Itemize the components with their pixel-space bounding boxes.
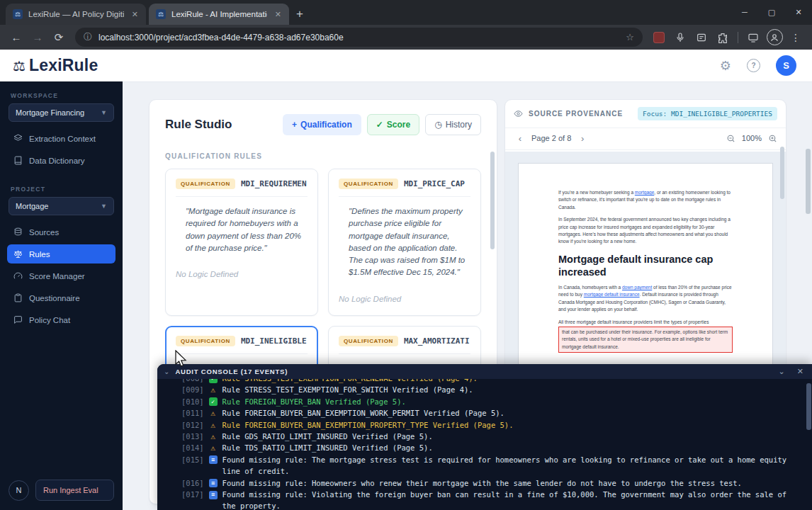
bookmark-star-icon[interactable]: ☆ xyxy=(626,32,634,42)
dev-tools-icon[interactable] xyxy=(744,28,762,47)
rule-name: MDI_INELIGIBLE xyxy=(241,336,307,346)
back-button[interactable]: ← xyxy=(7,28,26,47)
sidebar-item-extraction-context[interactable]: Extraction Context xyxy=(7,129,115,148)
log-text: Rule GDS_RATIO_LIMIT_INSURED Verified (P… xyxy=(222,431,802,442)
provenance-scrollbar[interactable] xyxy=(780,147,784,199)
chevron-down-icon[interactable]: ⌄ xyxy=(779,367,785,376)
tab-close-icon[interactable]: ✕ xyxy=(130,10,140,19)
doc-link[interactable]: mortgage xyxy=(635,190,654,195)
next-page-button[interactable]: › xyxy=(576,132,589,144)
sidebar-item-sources[interactable]: Sources xyxy=(7,222,115,242)
add-score-button[interactable]: ✓ Score xyxy=(367,114,419,135)
rule-name: MDI_PRICE_CAP xyxy=(404,179,465,188)
close-button[interactable]: ✕ xyxy=(785,8,812,17)
sidebar: WORKSPACE Mortgage Financing ▼ Extractio… xyxy=(0,81,123,510)
console-scrollbar[interactable] xyxy=(806,383,811,430)
rule-name: MDI_REQUIREMEN xyxy=(241,179,307,188)
browser-address-bar: ← → ⟳ ⓘ localhost:3000/project/acd3fbea-… xyxy=(0,25,812,50)
mic-icon[interactable] xyxy=(671,28,689,47)
url-text: localhost:3000/project/acd3fbea-d4de-447… xyxy=(98,33,619,42)
log-text: Found missing rule: Homeowners who renew… xyxy=(222,477,802,489)
run-ingest-eval-button[interactable]: Run Ingest Eval xyxy=(35,480,114,501)
check-icon: ✓ xyxy=(209,397,218,406)
project-select[interactable]: Mortgage ▼ xyxy=(9,197,114,215)
log-index: [016] xyxy=(181,477,204,489)
prev-page-button[interactable]: ‹ xyxy=(514,132,526,144)
console-header[interactable]: ⌄ AUDIT CONSOLE (17 EVENTS) ⌄ ✕ xyxy=(157,364,812,379)
zoom-out-icon[interactable] xyxy=(726,134,735,143)
browser-menu-icon[interactable]: ⋮ xyxy=(786,28,805,47)
project-section-label: PROJECT xyxy=(11,186,112,193)
minimize-button[interactable]: ─ xyxy=(731,8,758,16)
warning-icon: ⚠ xyxy=(209,433,218,441)
doc-paragraph: In Canada, homebuyers with a down paymen… xyxy=(558,284,733,314)
warning-icon: ⚠ xyxy=(209,444,218,453)
log-index: [010] xyxy=(181,396,204,407)
sidebar-item-data-dictionary[interactable]: Data Dictionary xyxy=(7,151,115,170)
tab-close-icon[interactable]: ✕ xyxy=(273,10,283,19)
profile-icon[interactable] xyxy=(765,28,784,47)
rules-scrollbar[interactable] xyxy=(490,152,495,249)
workspace-select[interactable]: Mortgage Financing ▼ xyxy=(9,103,114,122)
qualification-rules-section-label: QUALIFICATION RULES xyxy=(165,152,481,160)
tab-title: LexiRule — AI Policy Digitizatio xyxy=(28,10,124,18)
qualification-badge: QUALIFICATION xyxy=(339,178,398,189)
log-index: [011] xyxy=(181,407,204,419)
favicon-icon: ⚖ xyxy=(156,9,166,19)
console-log: [008] ✓ Rule STRESS_TEST_EXEMPTION_FOR_R… xyxy=(157,379,805,510)
rule-quote: "Defines the maximum property purchase p… xyxy=(339,205,470,279)
site-info-icon[interactable]: ⓘ xyxy=(84,31,92,43)
layers-icon xyxy=(13,134,23,143)
chevron-down-icon: ▼ xyxy=(101,109,107,116)
log-text: Found missing rule: Violating the foreig… xyxy=(222,489,802,510)
zoom-level: 100% xyxy=(742,134,762,142)
sidebar-item-label: Policy Chat xyxy=(29,316,70,324)
extension-red-icon[interactable] xyxy=(650,28,668,47)
reading-mode-icon[interactable] xyxy=(692,28,711,47)
history-button[interactable]: ◷ History xyxy=(425,114,481,135)
project-select-value: Mortgage xyxy=(16,202,48,210)
zoom-in-icon[interactable] xyxy=(768,134,777,143)
button-label: Qualification xyxy=(300,120,352,130)
url-bar[interactable]: ⓘ localhost:3000/project/acd3fbea-d4de-4… xyxy=(75,28,643,47)
mouse-cursor xyxy=(173,350,188,368)
rule-card-mdi-requirement[interactable]: QUALIFICATION MDI_REQUIREMEN "Mortgage d… xyxy=(165,169,318,316)
doc-link[interactable]: down payment xyxy=(622,285,652,290)
log-text: Rule STRESS_TEST_EXEMPTION_FOR_RENEWAL V… xyxy=(222,379,802,384)
console-log-row: [013] ⚠ Rule GDS_RATIO_LIMIT_INSURED Ver… xyxy=(181,431,802,442)
sidebar-item-label: Questionnaire xyxy=(29,294,80,302)
sidebar-item-score-manager[interactable]: Score Manager xyxy=(7,266,115,285)
console-log-row: [015] ≡ Found missing rule: The mortgage… xyxy=(181,454,802,477)
settings-gear-icon[interactable]: ⚙ xyxy=(720,58,731,74)
sidebar-item-questionnaire[interactable]: Questionnaire xyxy=(7,288,115,307)
console-close-icon[interactable]: ✕ xyxy=(797,367,803,376)
user-avatar[interactable]: S xyxy=(776,55,796,76)
database-icon xyxy=(13,227,23,237)
sidebar-item-policy-chat[interactable]: Policy Chat xyxy=(7,310,115,329)
browser-tab-1[interactable]: ⚖ LexiRule — AI Policy Digitizatio ✕ xyxy=(6,4,146,25)
log-text: Rule STRESS_TEST_EXEMPTION_FOR_SWITCH Ve… xyxy=(222,384,802,395)
console-collapse-icon[interactable]: ⌄ xyxy=(164,368,169,375)
doc-text: In Canada, homebuyers with a xyxy=(558,285,622,290)
window-scrollbar[interactable] xyxy=(806,149,811,214)
doc-paragraph: All three mortgage default insurance pro… xyxy=(558,319,733,326)
browser-tab-bar: ⚖ LexiRule — AI Policy Digitizatio ✕ ⚖ L… xyxy=(0,0,812,25)
doc-link[interactable]: mortgage default insurance xyxy=(584,292,640,297)
browser-tab-2-active[interactable]: ⚖ LexiRule - AI Implementation P ✕ xyxy=(149,4,289,25)
help-icon[interactable]: ? xyxy=(747,59,760,72)
n-avatar-badge[interactable]: N xyxy=(9,480,29,501)
rule-card-mdi-price-cap[interactable]: QUALIFICATION MDI_PRICE_CAP "Defines the… xyxy=(328,169,481,316)
forward-button[interactable]: → xyxy=(28,28,47,47)
sidebar-item-rules[interactable]: Rules xyxy=(7,244,115,264)
sidebar-item-label: Sources xyxy=(29,228,59,237)
maximize-button[interactable]: ▢ xyxy=(758,8,785,17)
tab-title: LexiRule - AI Implementation P xyxy=(171,10,267,18)
reload-button[interactable]: ⟳ xyxy=(50,28,68,47)
extensions-puzzle-icon[interactable] xyxy=(714,28,732,47)
console-log-row: [008] ✓ Rule STRESS_TEST_EXEMPTION_FOR_R… xyxy=(181,379,802,384)
new-tab-button[interactable]: + xyxy=(296,8,303,20)
sidebar-item-label: Rules xyxy=(29,250,50,259)
page-title: Rule Studio xyxy=(165,118,232,132)
info-icon: ≡ xyxy=(209,455,218,464)
add-qualification-button[interactable]: + Qualification xyxy=(283,114,361,135)
